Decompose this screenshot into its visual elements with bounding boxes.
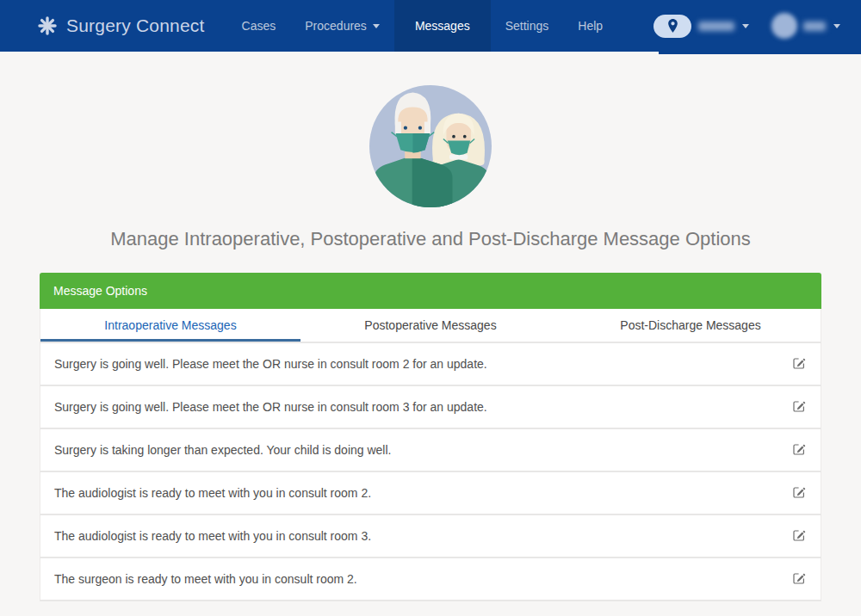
nav-item-procedures[interactable]: Procedures (290, 0, 394, 52)
caret-down-icon (373, 24, 380, 28)
brand-title: Surgery Connect (66, 15, 205, 36)
tab-postoperative-messages[interactable]: Postoperative Messages (300, 309, 561, 342)
nav-item-cases[interactable]: Cases (227, 0, 291, 52)
caret-down-icon (833, 24, 840, 28)
message-tabs: Intraoperative MessagesPostoperative Mes… (40, 309, 821, 343)
nav-item-label: Settings (505, 19, 549, 33)
panel-header: Message Options (40, 273, 821, 309)
message-text: Surgery is taking longer than expected. … (54, 443, 391, 457)
edit-icon (792, 528, 806, 545)
edit-icon (792, 442, 806, 459)
map-pin-icon (653, 15, 691, 38)
asterisk-icon (38, 16, 57, 35)
edit-message-button[interactable] (790, 570, 808, 589)
message-text: Surgery is going well. Please meet the O… (54, 357, 487, 371)
message-row: Surgery is going well. Please meet the O… (40, 343, 821, 386)
edit-icon (792, 356, 806, 373)
navbar-right-section (653, 0, 861, 52)
tab-post-discharge-messages[interactable]: Post-Discharge Messages (561, 309, 821, 342)
message-options-panel: Message Options Intraoperative MessagesP… (40, 273, 821, 601)
message-row: Surgery is going well. Please meet the O… (40, 386, 821, 429)
edit-icon (792, 485, 806, 502)
navbar-extension-strip (659, 52, 861, 54)
message-text: The audiologist is ready to meet with yo… (54, 529, 371, 543)
nav-item-help[interactable]: Help (563, 0, 617, 52)
user-name-redacted (803, 22, 826, 31)
brand-logo[interactable]: Surgery Connect (0, 0, 227, 52)
avatar (771, 13, 797, 39)
nav-item-label: Procedures (305, 19, 367, 33)
message-text: The surgeon is ready to meet with you in… (54, 572, 357, 586)
edit-message-button[interactable] (790, 484, 808, 503)
nav-item-settings[interactable]: Settings (491, 0, 564, 52)
nav-item-label: Help (578, 19, 603, 33)
message-text: The audiologist is ready to meet with yo… (54, 486, 371, 500)
message-row: Surgery is taking longer than expected. … (40, 429, 821, 472)
message-text: Surgery is going well. Please meet the O… (54, 400, 487, 414)
location-name-redacted (698, 22, 734, 31)
nav-item-label: Messages (415, 19, 470, 33)
page-title: Manage Intraoperative, Postoperative and… (0, 228, 861, 250)
hero-section (0, 85, 861, 207)
edit-message-button[interactable] (790, 527, 808, 546)
edit-message-button[interactable] (790, 397, 808, 417)
tab-intraoperative-messages[interactable]: Intraoperative Messages (40, 309, 300, 342)
edit-message-button[interactable] (790, 440, 808, 460)
user-menu[interactable] (771, 13, 840, 39)
message-row: The audiologist is ready to meet with yo… (40, 515, 821, 558)
location-selector[interactable] (653, 15, 749, 38)
edit-icon (792, 399, 806, 416)
edit-icon (792, 571, 806, 588)
message-row: The audiologist is ready to meet with yo… (40, 472, 821, 515)
edit-message-button[interactable] (790, 354, 808, 374)
main-navigation: Cases Procedures Messages Settings Help (227, 0, 617, 52)
top-navbar: Surgery Connect Cases Procedures Message… (0, 0, 861, 52)
surgeons-illustration (369, 85, 492, 207)
nav-item-label: Cases (242, 19, 276, 33)
message-list: Surgery is going well. Please meet the O… (40, 343, 821, 601)
nav-item-messages[interactable]: Messages (394, 0, 491, 52)
message-row: The surgeon is ready to meet with you in… (40, 558, 821, 601)
caret-down-icon (742, 24, 749, 28)
panel-header-label: Message Options (53, 284, 147, 298)
